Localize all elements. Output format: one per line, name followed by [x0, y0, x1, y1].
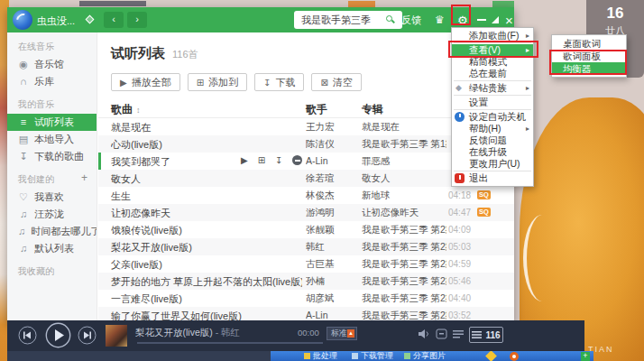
row-remove-icon[interactable]	[292, 155, 302, 165]
sidebar-item[interactable]: ≡试听列表	[7, 114, 97, 131]
sidebar-item[interactable]: ∩乐库	[7, 73, 97, 90]
song-row[interactable]: 梦开始的地方 草原上升起不落的太阳(live版)孙楠我是歌手第三季 第2期05:…	[98, 273, 514, 290]
song-row[interactable]: 让初恋像昨天游鸿明让初恋像昨天04:47SQ	[98, 204, 514, 221]
menu-separator	[454, 109, 531, 110]
play-button[interactable]	[45, 322, 71, 348]
menu-item[interactable]: 帮助(H)▸	[452, 123, 533, 134]
menu-item[interactable]: 在线升级	[452, 146, 533, 158]
tray-plus-icon[interactable]: +	[581, 352, 590, 361]
song-artist: A-Lin	[306, 310, 358, 320]
song-row[interactable]: 饿狼传说(live版)张靓颖我是歌手第三季 第2期04:09	[98, 221, 514, 238]
song-title: 生生	[111, 190, 302, 203]
sidebar-item-label: 下载的歌曲	[34, 148, 84, 165]
lyrics-icon[interactable]	[436, 329, 447, 339]
song-album: 我是歌手第三季 第2期	[362, 292, 446, 305]
menu-item[interactable]: 绿钻贵族▸	[452, 82, 533, 94]
play-time: 00:00	[298, 328, 319, 338]
menu-item[interactable]: 歌词面板	[552, 50, 626, 62]
column-header-song[interactable]: 歌曲↕	[111, 102, 141, 117]
heart-icon: ♡	[18, 189, 29, 206]
song-artist: 韩红	[306, 241, 358, 254]
sidebar-item[interactable]: ♫汪苏泷	[7, 206, 97, 223]
playlist-icon: ≡	[18, 114, 29, 131]
share-icon	[404, 353, 410, 359]
quality-badge: SQ	[477, 208, 491, 217]
下载-button[interactable]: ↧下载	[254, 73, 304, 91]
column-header-artist[interactable]: 歌手	[306, 102, 327, 117]
quality-caret-icon: ▲	[347, 329, 354, 338]
song-row[interactable]: 父亲(live版)古巨基我是歌手第三季 第2期04:59	[98, 255, 514, 273]
quality-selector[interactable]: 标准▲	[327, 327, 357, 340]
menu-item[interactable]: 退出	[452, 172, 533, 184]
taskbar-item[interactable]: 下载管理	[352, 351, 393, 361]
song-row[interactable]: 生生林俊杰新地球04:18SQ	[98, 187, 514, 204]
desktop-icon-fragment	[492, 1, 514, 7]
song-album: 我是歌手第三季 第2期	[362, 258, 446, 271]
menu-item[interactable]: 均衡器	[552, 62, 626, 75]
app-logo[interactable]	[13, 10, 32, 30]
song-duration: 05:46	[448, 276, 471, 286]
play-mode-icon[interactable]	[452, 329, 465, 339]
song-artist: 胡彦斌	[306, 292, 358, 305]
playlist-button[interactable]: 116	[469, 327, 503, 343]
desktop-icon-fragment	[79, 1, 146, 6]
mail-icon	[304, 353, 310, 359]
menu-item[interactable]: 反馈问题	[452, 134, 533, 146]
song-title: 我笑到都哭了	[111, 155, 241, 169]
播放全部-button[interactable]: ▶播放全部	[111, 73, 180, 91]
row-download-icon[interactable]: ↧	[275, 155, 282, 165]
menu-item[interactable]: 设置	[452, 97, 533, 108]
row-play-icon[interactable]: ▶	[241, 155, 248, 165]
song-duration: 05:03	[448, 242, 471, 252]
timer-icon	[455, 112, 465, 122]
song-title: 心动(live版)	[111, 138, 302, 152]
sidebar-item[interactable]: ▤本地导入	[7, 131, 97, 148]
column-header-album[interactable]: 专辑	[362, 102, 383, 117]
menu-item[interactable]: 设定自动关机	[452, 111, 533, 123]
nav-forward-button[interactable]: ›	[127, 12, 147, 28]
song-artist: 古巨基	[306, 258, 358, 271]
tray-star-icon[interactable]	[485, 350, 497, 361]
feedback-button[interactable]: 反馈	[401, 7, 421, 32]
menu-item[interactable]: 总在最前	[452, 68, 533, 79]
menu-item[interactable]: 桌面歌词	[552, 37, 626, 50]
nav-back-button[interactable]: ‹	[104, 12, 124, 28]
清空-button[interactable]: ⊠清空	[311, 73, 361, 91]
song-row[interactable]: 一言难尽(live版)胡彦斌我是歌手第三季 第2期04:40	[98, 290, 514, 307]
song-duration: 04:09	[448, 225, 471, 235]
album-art[interactable]	[106, 325, 127, 347]
next-button[interactable]	[78, 326, 97, 345]
progress-bar[interactable]	[137, 342, 323, 344]
username[interactable]: 虫虫没...	[37, 14, 75, 28]
sidebar-item[interactable]: ↧下载的歌曲	[7, 148, 97, 165]
taskbar-item[interactable]: 批处理	[304, 351, 337, 361]
sidebar-item-label: 时间都去哪儿了	[31, 223, 97, 240]
menu-separator	[454, 42, 531, 43]
sidebar-item[interactable]: ♡我喜欢	[7, 189, 97, 206]
now-playing: 梨花又开放(live版) - 韩红	[135, 327, 240, 339]
添加到-button[interactable]: ⊞添加到	[188, 73, 247, 91]
sidebar-item[interactable]: ♫默认列表	[7, 240, 97, 257]
song-row[interactable]: 梨花又开放(live版)韩红我是歌手第三季 第2期05:03	[98, 238, 514, 255]
menu-item[interactable]: 更改用户(U)	[452, 158, 533, 170]
row-add-icon[interactable]: ⊞	[258, 155, 265, 165]
search-icon[interactable]	[386, 15, 392, 22]
song-duration: 04:47	[448, 208, 471, 218]
add-playlist-button[interactable]: +	[81, 173, 87, 186]
add-icon: ⊞	[197, 78, 204, 88]
sort-icon[interactable]: ↕	[136, 106, 141, 115]
sidebar-item[interactable]: ♫时间都去哪儿了	[7, 223, 97, 240]
volume-icon[interactable]	[418, 329, 430, 339]
menu-item[interactable]: 查看(V)▸	[452, 44, 533, 56]
tray-browser-icon[interactable]	[510, 352, 519, 361]
sidebar-item[interactable]: ◉音乐馆	[7, 56, 97, 73]
wallpaper-glass-rim	[523, 215, 561, 301]
play-icon: ▶	[120, 78, 127, 88]
menu-item[interactable]: 添加歌曲(F)▸	[452, 30, 533, 42]
previous-button[interactable]	[18, 326, 37, 345]
vip-crown-icon[interactable]: ♛	[435, 7, 445, 32]
menu-item[interactable]: 精简模式	[452, 56, 533, 68]
song-album: 就是现在	[362, 121, 446, 134]
taskbar-item[interactable]: 分享图片	[404, 351, 446, 361]
player-bar: 梨花又开放(live版) - 韩红 00:00 标准▲ 116	[7, 320, 584, 351]
